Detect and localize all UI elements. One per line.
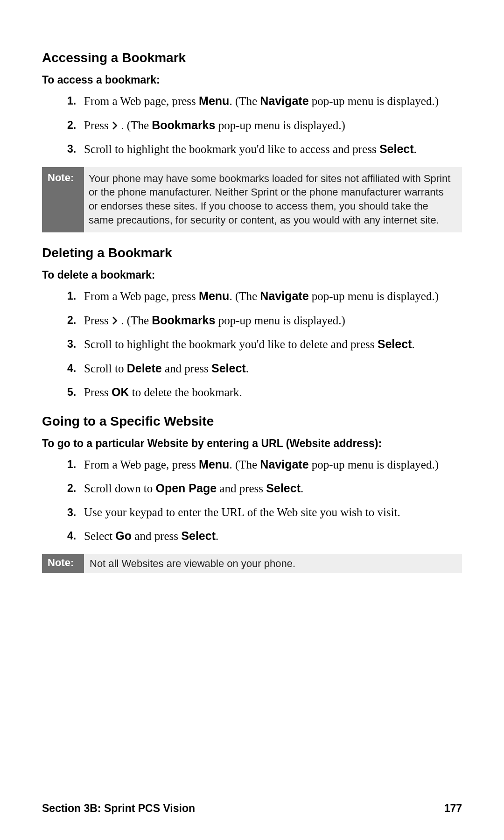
step-number: 1. [67,94,76,109]
note-box: Note: Your phone may have some bookmarks… [42,167,462,233]
heading-accessing-bookmark: Accessing a Bookmark [42,50,462,65]
list-item: 2. Press . (The Bookmarks pop-up menu is… [67,117,462,134]
page-footer: Section 3B: Sprint PCS Vision 177 [42,802,462,815]
subheading-delete: To delete a bookmark: [42,269,462,281]
note-body: Your phone may have some bookmarks loade… [84,167,462,233]
step-number: 2. [67,118,76,133]
note-body: Not all Websites are viewable on your ph… [84,554,301,574]
key-icon [112,316,118,325]
list-item: 3. Use your keypad to enter the URL of t… [67,504,462,521]
step-number: 2. [67,313,76,328]
subheading-access: To access a bookmark: [42,74,462,86]
step-number: 1. [67,457,76,472]
step-number: 3. [67,142,76,157]
list-item: 4. Select Go and press Select. [67,528,462,545]
step-number: 5. [67,385,76,400]
note-label: Note: [42,167,84,233]
steps-access: 1. From a Web page, press Menu. (The Nav… [67,93,462,158]
step-number: 4. [67,361,76,376]
list-item: 1. From a Web page, press Menu. (The Nav… [67,288,462,305]
heading-specific-website: Going to a Specific Website [42,414,462,429]
key-icon [112,121,118,130]
list-item: 1. From a Web page, press Menu. (The Nav… [67,93,462,110]
note-label: Note: [42,554,84,574]
note-box: Note: Not all Websites are viewable on y… [42,554,462,574]
list-item: 2. Press . (The Bookmarks pop-up menu is… [67,312,462,329]
step-number: 3. [67,505,76,520]
list-item: 3. Scroll to highlight the bookmark you'… [67,336,462,353]
step-number: 4. [67,529,76,544]
list-item: 5. Press OK to delete the bookmark. [67,384,462,401]
footer-section: Section 3B: Sprint PCS Vision [42,802,195,815]
list-item: 2. Scroll down to Open Page and press Se… [67,480,462,497]
heading-deleting-bookmark: Deleting a Bookmark [42,245,462,260]
list-item: 3. Scroll to highlight the bookmark you'… [67,141,462,158]
step-number: 3. [67,337,76,352]
steps-url: 1. From a Web page, press Menu. (The Nav… [67,456,462,545]
list-item: 4. Scroll to Delete and press Select. [67,360,462,377]
step-number: 2. [67,481,76,496]
steps-delete: 1. From a Web page, press Menu. (The Nav… [67,288,462,401]
list-item: 1. From a Web page, press Menu. (The Nav… [67,456,462,473]
page-number: 177 [444,802,462,815]
step-number: 1. [67,289,76,304]
subheading-url: To go to a particular Website by enterin… [42,437,462,450]
